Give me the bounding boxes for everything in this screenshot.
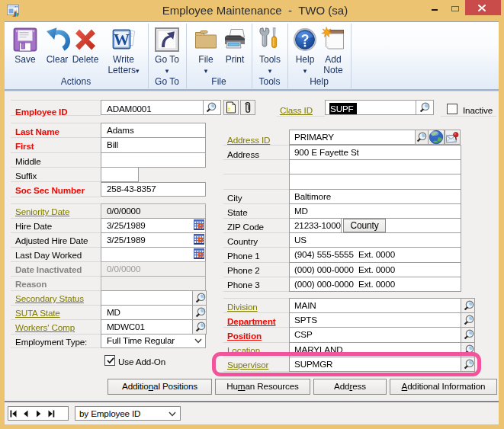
svg-text:W: W [114,30,130,49]
